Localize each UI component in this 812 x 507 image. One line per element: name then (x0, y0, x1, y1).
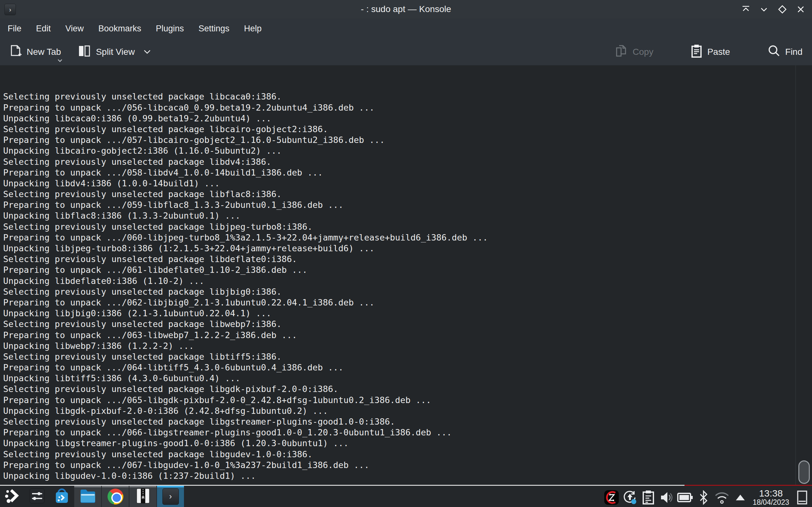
menu-settings[interactable]: Settings (199, 24, 230, 34)
terminal-line: Unpacking libtiff5:i386 (4.3.0-6ubuntu0.… (3, 373, 794, 384)
keep-above-button[interactable] (742, 5, 750, 14)
task-file-manager[interactable] (74, 486, 101, 507)
terminal-line: Selecting previously unselected package … (3, 157, 794, 167)
terminal-line: Selecting previously unselected package … (3, 222, 794, 232)
maximize-button[interactable] (778, 5, 787, 14)
konsole-icon: › (162, 488, 179, 505)
terminal-line: Selecting previously unselected package … (3, 189, 794, 200)
terminal-line: Unpacking libjpeg-turbo8:i386 (1:2.1.5-3… (3, 243, 794, 254)
zip-archive-icon (136, 488, 150, 505)
menu-plugins[interactable]: Plugins (156, 24, 184, 34)
terminal-line: Preparing to unpack .../056-libcaca0_0.9… (3, 102, 794, 113)
terminal-line: Selecting previously unselected package … (3, 351, 794, 362)
chrome-icon (107, 489, 123, 504)
terminal-line: Preparing to unpack .../064-libtiff5_4.3… (3, 362, 794, 373)
terminal-line: Selecting previously unselected package … (3, 124, 794, 135)
terminal-line: Selecting previously unselected package … (3, 286, 794, 297)
split-view-icon (78, 44, 91, 60)
toolbar: New Tab Split View Copy (0, 39, 812, 65)
terminal-line: Unpacking libcairo-gobject2:i386 (1.16.0… (3, 146, 794, 156)
taskbar: › (0, 485, 812, 507)
system-settings-button[interactable] (25, 486, 49, 507)
close-button[interactable] (797, 5, 805, 14)
system-tray: 13:38 18/04/2023 (602, 487, 812, 507)
terminal-line: Unpacking libdv4:i386 (1.0.0-14build1) .… (3, 178, 794, 189)
wifi-tray-icon[interactable] (713, 487, 731, 507)
terminal-line: Selecting previously unselected package … (3, 416, 794, 427)
terminal-line: Unpacking libwebp7:i386 (1.2.2-2) ... (3, 341, 794, 351)
clipboard-tray-icon[interactable] (639, 487, 658, 507)
menu-bookmarks[interactable]: Bookmarks (98, 24, 141, 34)
terminal-line: Unpacking libjbig0:i386 (2.1-3.1ubuntu0.… (3, 308, 794, 319)
titlebar[interactable]: › - : sudo apt — Konsole (0, 0, 812, 18)
task-konsole[interactable]: › (157, 486, 184, 507)
find-icon (767, 44, 781, 60)
app-launcher-button[interactable] (0, 486, 25, 507)
new-tab-caret-icon (57, 55, 63, 65)
scrollbar-thumb[interactable] (798, 460, 810, 484)
window-title: - : sudo apt — Konsole (0, 4, 812, 14)
terminal-line: Selecting previously unselected package … (3, 254, 794, 265)
minimize-button[interactable] (760, 5, 768, 14)
terminal-line: Selecting previously unselected package … (3, 319, 794, 330)
settings-sliders-icon (29, 488, 45, 505)
timer-app-tray-icon[interactable] (602, 487, 621, 507)
find-button[interactable]: Find (767, 44, 803, 60)
paste-icon (690, 44, 703, 60)
menubar: File Edit View Bookmarks Plugins Setting… (0, 18, 812, 39)
terminal-line: Selecting previously unselected package … (3, 384, 794, 395)
new-tab-button[interactable]: New Tab (9, 44, 61, 60)
terminal-line: Preparing to unpack .../066-libgstreamer… (3, 427, 794, 438)
terminal-line: Preparing to unpack .../060-libjpeg-turb… (3, 232, 794, 243)
terminal-line: Selecting previously unselected package … (3, 449, 794, 460)
terminal-line: Unpacking libflac8:i386 (1.3.3-2ubuntu0.… (3, 210, 794, 221)
terminal-line: Unpacking libgdk-pixbuf-2.0-0:i386 (2.42… (3, 406, 794, 416)
show-desktop-button[interactable] (795, 487, 809, 507)
task-archive-manager[interactable] (130, 486, 156, 507)
terminal-line: Preparing to unpack .../059-libflac8_1.3… (3, 200, 794, 210)
task-chrome[interactable] (102, 486, 129, 507)
new-tab-icon (9, 44, 22, 60)
clock-date: 18/04/2023 (753, 498, 789, 506)
terminal-line: Unpacking libdeflate0:i386 (1.10-2) ... (3, 276, 794, 286)
volume-tray-icon[interactable] (658, 487, 676, 507)
menu-file[interactable]: File (8, 24, 21, 34)
digital-clock[interactable]: 13:38 18/04/2023 (753, 488, 789, 506)
terminal-line: Preparing to unpack .../067-libgudev-1.0… (3, 460, 794, 470)
terminal-line: Preparing to unpack .../065-libgdk-pixbu… (3, 395, 794, 406)
copy-icon (615, 44, 628, 60)
terminal-output: Selecting previously unselected package … (3, 91, 794, 481)
clock-time: 13:38 (753, 488, 789, 498)
split-view-caret-icon (143, 47, 151, 57)
terminal-viewport[interactable]: Selecting previously unselected package … (0, 65, 812, 485)
split-view-button[interactable]: Split View (78, 44, 151, 60)
discover-button[interactable] (49, 486, 74, 507)
copy-button[interactable]: Copy (615, 44, 653, 60)
scrollbar-track[interactable] (796, 65, 812, 485)
terminal-line: Selecting previously unselected package … (3, 91, 794, 102)
battery-tray-icon[interactable] (676, 487, 694, 507)
terminal-line: Preparing to unpack .../057-libcairo-gob… (3, 135, 794, 146)
terminal-line: Unpacking libcaca0:i386 (0.99.beta19-2.2… (3, 113, 794, 124)
menu-view[interactable]: View (65, 24, 84, 34)
paste-button[interactable]: Paste (690, 44, 730, 60)
menu-edit[interactable]: Edit (36, 24, 51, 34)
terminal-line: Preparing to unpack .../061-libdeflate0_… (3, 265, 794, 275)
expand-tray-button[interactable] (731, 487, 750, 507)
terminal-line: Unpacking libgudev-1.0-0:i386 (1:237-2bu… (3, 470, 794, 481)
menu-help[interactable]: Help (244, 24, 262, 34)
bluetooth-tray-icon[interactable] (694, 487, 713, 507)
terminal-line: Preparing to unpack .../062-libjbig0_2.1… (3, 297, 794, 308)
terminal-line: Preparing to unpack .../063-libwebp7_1.2… (3, 330, 794, 341)
software-updates-tray-icon[interactable] (621, 487, 639, 507)
discover-bag-icon (54, 488, 70, 505)
folder-icon (80, 489, 96, 504)
plasma-launcher-icon (4, 488, 20, 505)
konsole-window: › - : sudo apt — Konsole File Edit View … (0, 0, 812, 485)
terminal-line: Preparing to unpack .../058-libdv4_1.0.0… (3, 167, 794, 178)
terminal-line: Unpacking libgstreamer-plugins-good1.0-0… (3, 438, 794, 449)
